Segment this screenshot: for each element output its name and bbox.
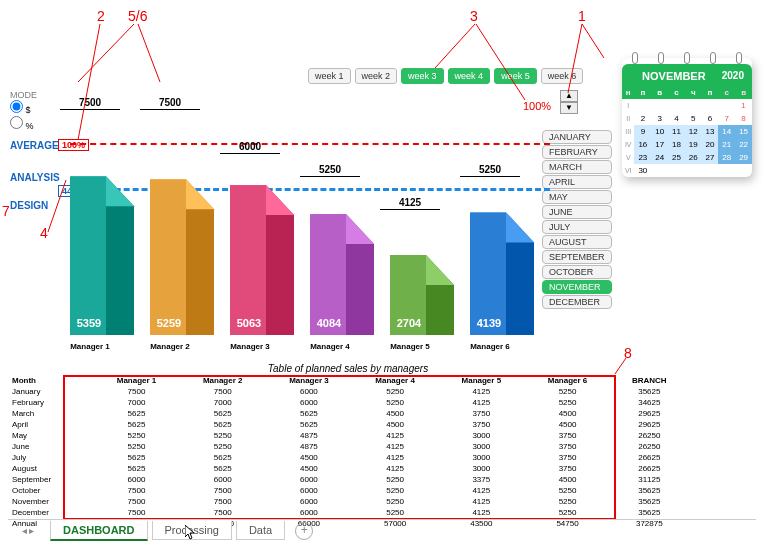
bar-value: 4139 [469, 317, 509, 329]
add-sheet-button[interactable]: + [295, 522, 313, 540]
table-row: May52505250487541253000375026250 [8, 430, 688, 441]
table-row: July56255625450041253000375026625 [8, 452, 688, 463]
month-december[interactable]: DECEMBER [542, 295, 612, 309]
table-row: January75007500600052504125525035625 [8, 386, 688, 397]
calendar-cell[interactable]: 16 [634, 138, 651, 151]
calendar-cell[interactable]: 9 [634, 125, 651, 138]
table-header: Month [8, 375, 93, 386]
x-axis-label: Manager 6 [455, 342, 525, 351]
calendar-cell [634, 99, 651, 112]
spinner-up[interactable]: ▲ [560, 90, 578, 102]
table-caption: Table of planned sales by managers [8, 363, 688, 374]
calendar-cell: I [622, 99, 634, 112]
month-april[interactable]: APRIL [542, 175, 612, 189]
calendar-widget: NOVEMBER 2020 нпвсчпсв I1II2345678III910… [622, 58, 752, 177]
annotation-5-6: 5/6 [128, 8, 147, 24]
calendar-cell[interactable]: 22 [735, 138, 752, 151]
mode-selector: MODE $ % [10, 90, 37, 132]
calendar-cell[interactable]: 27 [702, 151, 719, 164]
bar-value: 5259 [149, 317, 189, 329]
sheet-tab-bar: ◂ ▸ DASHBOARD Processing Data + [8, 519, 756, 541]
month-may[interactable]: MAY [542, 190, 612, 204]
calendar-cell[interactable]: 13 [702, 125, 719, 138]
bar-value: 4084 [309, 317, 349, 329]
mode-percent[interactable]: % [10, 116, 37, 132]
month-february[interactable]: FEBRUARY [542, 145, 612, 159]
month-january[interactable]: JANUARY [542, 130, 612, 144]
calendar-cell[interactable]: 19 [685, 138, 702, 151]
bar-chart: 53597500Manager 152597500Manager 2506360… [40, 80, 540, 360]
svg-line-3 [435, 24, 475, 68]
x-axis-label: Manager 3 [215, 342, 285, 351]
calendar-cell[interactable]: 4 [668, 112, 685, 125]
calendar-cell [718, 99, 735, 112]
calendar-cell[interactable]: 20 [702, 138, 719, 151]
calendar-year: 2020 [722, 70, 744, 81]
calendar-cell[interactable]: 18 [668, 138, 685, 151]
month-march[interactable]: MARCH [542, 160, 612, 174]
calendar-cell[interactable]: 14 [718, 125, 735, 138]
calendar-cell[interactable]: 29 [735, 151, 752, 164]
calendar-cell[interactable]: 15 [735, 125, 752, 138]
svg-line-2 [138, 24, 160, 82]
calendar-cell[interactable]: 8 [735, 112, 752, 125]
table-row: October75007500600052504125525035625 [8, 485, 688, 496]
x-axis-label: Manager 2 [135, 342, 205, 351]
calendar-cell[interactable]: 17 [651, 138, 668, 151]
bars-svg [40, 80, 540, 340]
table-row: August56255625450041253000375026625 [8, 463, 688, 474]
plan-value: 4125 [380, 197, 440, 210]
month-august[interactable]: AUGUST [542, 235, 612, 249]
x-axis-label: Manager 4 [295, 342, 365, 351]
calendar-cell[interactable]: 26 [685, 151, 702, 164]
calendar-cell [735, 164, 752, 177]
calendar-cell[interactable]: 6 [702, 112, 719, 125]
annotation-2: 2 [97, 8, 105, 24]
month-september[interactable]: SEPTEMBER [542, 250, 612, 264]
table-header: Manager 3 [266, 375, 352, 386]
annotation-8: 8 [624, 345, 632, 361]
table-row: March56255625562545003750450029625 [8, 408, 688, 419]
annotation-4: 4 [40, 225, 48, 241]
month-october[interactable]: OCTOBER [542, 265, 612, 279]
sheet-nav[interactable]: ◂ ▸ [8, 525, 48, 536]
annotation-1: 1 [578, 8, 586, 24]
mode-title: MODE [10, 90, 37, 100]
mode-currency[interactable]: $ [10, 100, 37, 116]
calendar-cell[interactable]: 12 [685, 125, 702, 138]
calendar-cell[interactable]: 2 [634, 112, 651, 125]
bar-value: 5063 [229, 317, 269, 329]
month-july[interactable]: JULY [542, 220, 612, 234]
calendar-cell[interactable]: 7 [718, 112, 735, 125]
calendar-cell[interactable]: 10 [651, 125, 668, 138]
table-header: BRANCH [611, 375, 688, 386]
x-axis-label: Manager 1 [55, 342, 125, 351]
tab-data[interactable]: Data [236, 521, 285, 540]
calendar-cell[interactable]: 28 [718, 151, 735, 164]
calendar-cell[interactable]: 30 [634, 164, 651, 177]
table-row: February70007000600052504125525034625 [8, 397, 688, 408]
month-june[interactable]: JUNE [542, 205, 612, 219]
calendar-cell[interactable]: 21 [718, 138, 735, 151]
week-6[interactable]: week 6 [541, 68, 584, 84]
table-row: December75007500600052504125525035625 [8, 507, 688, 518]
svg-line-5 [582, 24, 604, 58]
calendar-cell[interactable]: 3 [651, 112, 668, 125]
plan-value: 5250 [300, 164, 360, 177]
month-november[interactable]: NOVEMBER [542, 280, 612, 294]
calendar-cell[interactable]: 5 [685, 112, 702, 125]
calendar-cell[interactable]: 24 [651, 151, 668, 164]
table-row: June52505250487541253000375026250 [8, 441, 688, 452]
label-100pct: 100% [523, 100, 551, 112]
calendar-cell[interactable]: 1 [735, 99, 752, 112]
calendar-cell: II [622, 112, 634, 125]
calendar-cell[interactable]: 23 [634, 151, 651, 164]
tab-dashboard[interactable]: DASHBOARD [50, 521, 148, 541]
calendar-cell [702, 164, 719, 177]
plan-value: 6000 [220, 141, 280, 154]
table-header: Manager 1 [93, 375, 179, 386]
calendar-cell[interactable]: 25 [668, 151, 685, 164]
calendar-cell[interactable]: 11 [668, 125, 685, 138]
spinner-down[interactable]: ▼ [560, 102, 578, 114]
calendar-cell [668, 164, 685, 177]
